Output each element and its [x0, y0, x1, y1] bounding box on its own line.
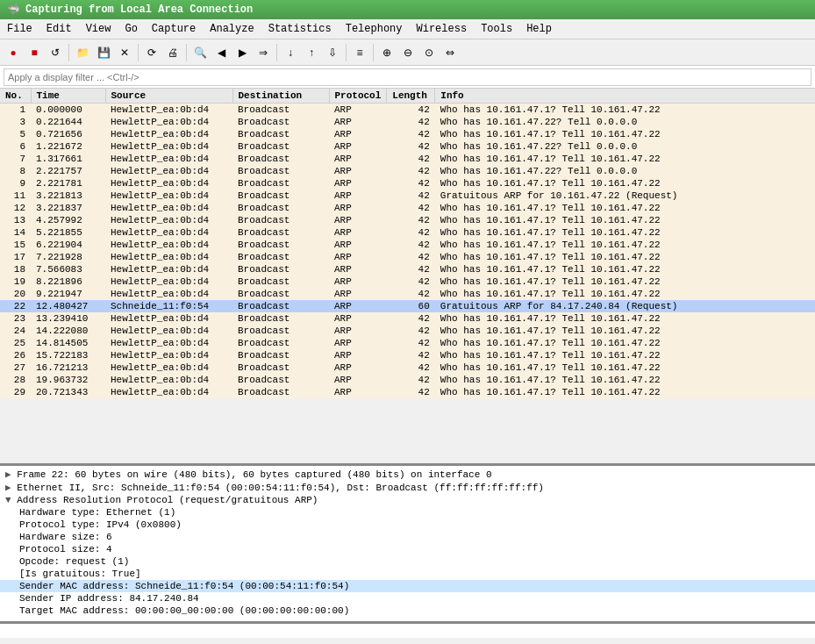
detail-line[interactable]: Hardware size: 6: [0, 531, 815, 543]
col-header-info[interactable]: Info: [435, 89, 815, 104]
table-row[interactable]: 134.257992HewlettP_ea:0b:d4BroadcastARP4…: [0, 214, 815, 226]
detail-line[interactable]: Sender IP address: 84.17.240.84: [0, 592, 815, 605]
cell-destination: Broadcast: [232, 374, 329, 386]
detail-line[interactable]: Sender MAC address: Schneide_11:f0:54 (0…: [0, 580, 815, 592]
detail-line[interactable]: Protocol size: 4: [0, 543, 815, 555]
table-row[interactable]: 2716.721213HewlettP_ea:0b:d4BroadcastARP…: [0, 361, 815, 374]
cell-info: Who has 10.161.47.1? Tell 10.161.47.22: [435, 263, 815, 275]
cell-protocol: ARP: [329, 202, 387, 214]
toolbar-btn-restart[interactable]: ↺: [46, 43, 65, 62]
table-row[interactable]: 2615.722183HewlettP_ea:0b:d4BroadcastARP…: [0, 349, 815, 361]
table-row[interactable]: 82.221757HewlettP_ea:0b:d4BroadcastARP42…: [0, 165, 815, 177]
table-row[interactable]: 2212.480427Schneide_11:f0:54BroadcastARP…: [0, 300, 815, 312]
cell-destination: Broadcast: [232, 239, 329, 251]
table-row[interactable]: 2819.963732HewlettP_ea:0b:d4BroadcastARP…: [0, 374, 815, 386]
toolbar-btn-back[interactable]: ◀: [211, 43, 231, 62]
toolbar-btn-fwd[interactable]: ▶: [232, 43, 252, 62]
toolbar-btn-scrollend[interactable]: ⇩: [323, 43, 342, 62]
title-bar: 🦈 Capturing from Local Area Connection: [0, 0, 815, 19]
col-header-length[interactable]: Length: [387, 89, 435, 104]
toolbar-btn-open[interactable]: 📁: [73, 43, 92, 62]
col-header-protocol[interactable]: Protocol: [329, 89, 387, 104]
col-header-no[interactable]: No.: [0, 89, 31, 104]
toolbar-btn-jump[interactable]: ⇒: [254, 43, 273, 62]
cell-length: 42: [387, 202, 435, 214]
menu-item-go[interactable]: Go: [118, 21, 144, 37]
cell-protocol: ARP: [329, 177, 387, 190]
detail-line[interactable]: [Is gratuitous: True]: [0, 568, 815, 580]
table-row[interactable]: 198.221896HewlettP_ea:0b:d4BroadcastARP4…: [0, 275, 815, 288]
cell-time: 3.221813: [31, 190, 105, 202]
table-row[interactable]: 61.221672HewlettP_ea:0b:d4BroadcastARP42…: [0, 140, 815, 153]
toolbar-btn-unmark[interactable]: ↑: [302, 43, 321, 62]
cell-protocol: ARP: [329, 153, 387, 165]
toolbar-btn-zoomin[interactable]: ⊕: [377, 43, 397, 62]
col-header-destination[interactable]: Destination: [232, 89, 329, 104]
cell-time: 8.221896: [31, 275, 105, 288]
table-row[interactable]: 113.221813HewlettP_ea:0b:d4BroadcastARP4…: [0, 190, 815, 202]
col-header-source[interactable]: Source: [105, 89, 232, 104]
cell-length: 42: [387, 325, 435, 337]
col-header-time[interactable]: Time: [31, 89, 105, 104]
filter-input[interactable]: [4, 68, 811, 86]
toolbar-btn-close[interactable]: ✕: [115, 43, 134, 62]
table-row[interactable]: 50.721656HewlettP_ea:0b:d4BroadcastARP42…: [0, 128, 815, 140]
menu-item-statistics[interactable]: Statistics: [261, 21, 339, 37]
table-row[interactable]: 30.221644HewlettP_ea:0b:d4BroadcastARP42…: [0, 116, 815, 128]
toolbar-btn-start[interactable]: ●: [4, 43, 23, 62]
toolbar-btn-print[interactable]: 🖨: [163, 43, 182, 62]
toolbar-btn-resizecols[interactable]: ⇔: [440, 43, 460, 62]
toolbar-btn-find[interactable]: 🔍: [190, 43, 210, 62]
menu-item-analyze[interactable]: Analyze: [203, 21, 261, 37]
cell-length: 42: [387, 177, 435, 190]
cell-info: Who has 10.161.47.1? Tell 10.161.47.22: [435, 239, 815, 251]
detail-line[interactable]: Hardware type: Ethernet (1): [0, 506, 815, 519]
table-row[interactable]: 10.000000HewlettP_ea:0b:d4BroadcastARP42…: [0, 104, 815, 117]
cell-destination: Broadcast: [232, 140, 329, 153]
detail-line[interactable]: Protocol type: IPv4 (0x0800): [0, 519, 815, 531]
table-row[interactable]: 123.221837HewlettP_ea:0b:d4BroadcastARP4…: [0, 202, 815, 214]
menu-item-capture[interactable]: Capture: [145, 21, 203, 37]
menu-item-telephony[interactable]: Telephony: [339, 21, 410, 37]
table-row[interactable]: 2313.239410HewlettP_ea:0b:d4BroadcastARP…: [0, 312, 815, 325]
cell-info: Who has 10.161.47.22? Tell 0.0.0.0: [435, 165, 815, 177]
toolbar-btn-reload[interactable]: ⟳: [142, 43, 161, 62]
cell-source: HewlettP_ea:0b:d4: [105, 153, 232, 165]
toolbar-btn-stop[interactable]: ■: [25, 43, 44, 62]
cell-no: 12: [0, 202, 31, 214]
table-row[interactable]: 209.221947HewlettP_ea:0b:d4BroadcastARP4…: [0, 288, 815, 300]
table-row[interactable]: 177.221928HewlettP_ea:0b:d4BroadcastARP4…: [0, 251, 815, 263]
table-row[interactable]: 71.317661HewlettP_ea:0b:d4BroadcastARP42…: [0, 153, 815, 165]
cell-protocol: ARP: [329, 165, 387, 177]
menu-item-wireless[interactable]: Wireless: [410, 21, 475, 37]
table-row[interactable]: 145.221855HewlettP_ea:0b:d4BroadcastARP4…: [0, 226, 815, 239]
menu-item-file[interactable]: File: [0, 21, 39, 37]
menu-item-view[interactable]: View: [79, 21, 118, 37]
detail-line[interactable]: Ethernet II, Src: Schneide_11:f0:54 (00:…: [0, 481, 815, 494]
menu-item-edit[interactable]: Edit: [39, 21, 79, 37]
table-row[interactable]: 187.566083HewlettP_ea:0b:d4BroadcastARP4…: [0, 263, 815, 275]
cell-no: 20: [0, 288, 31, 300]
cell-length: 42: [387, 337, 435, 349]
table-row[interactable]: 2514.814505HewlettP_ea:0b:d4BroadcastARP…: [0, 337, 815, 349]
toolbar-btn-colsettings[interactable]: ≡: [350, 43, 369, 62]
table-row[interactable]: 156.221904HewlettP_ea:0b:d4BroadcastARP4…: [0, 239, 815, 251]
detail-line[interactable]: Address Resolution Protocol (request/gra…: [0, 494, 815, 506]
packet-list[interactable]: No. Time Source Destination Protocol Len…: [0, 89, 815, 466]
table-row[interactable]: 92.221781HewlettP_ea:0b:d4BroadcastARP42…: [0, 177, 815, 190]
toolbar-btn-save[interactable]: 💾: [94, 43, 113, 62]
cell-no: 29: [0, 386, 31, 398]
toolbar-btn-zoomout[interactable]: ⊖: [398, 43, 418, 62]
cell-time: 7.221928: [31, 251, 105, 263]
detail-line[interactable]: Opcode: request (1): [0, 555, 815, 568]
detail-line[interactable]: Frame 22: 60 bytes on wire (480 bits), 6…: [0, 468, 815, 481]
cell-protocol: ARP: [329, 288, 387, 300]
table-row[interactable]: 2414.222080HewlettP_ea:0b:d4BroadcastARP…: [0, 325, 815, 337]
table-row[interactable]: 2920.721343HewlettP_ea:0b:d4BroadcastARP…: [0, 386, 815, 398]
toolbar-btn-mark[interactable]: ↓: [281, 43, 300, 62]
detail-line[interactable]: Target MAC address: 00:00:00_00:00:00 (0…: [0, 605, 815, 617]
toolbar-btn-zoomreset[interactable]: ⊙: [419, 43, 439, 62]
cell-no: 1: [0, 104, 31, 117]
menu-item-tools[interactable]: Tools: [474, 21, 519, 37]
menu-item-help[interactable]: Help: [519, 21, 559, 37]
